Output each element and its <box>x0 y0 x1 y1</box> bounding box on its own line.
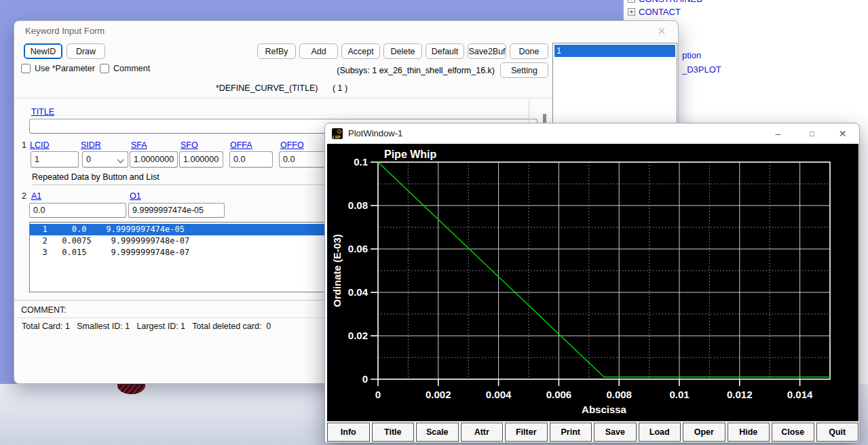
a1-link[interactable]: A1 <box>31 191 41 201</box>
comment-checkbox[interactable]: Comment <box>100 64 150 73</box>
card-header: *DEFINE_CURVE_(TITLE) ( 1 ) <box>14 83 549 93</box>
x-tick-label: 0.012 <box>727 389 753 400</box>
x-tick-label: 0.002 <box>426 389 451 400</box>
repeated-data-caption: Repeated Data by Button and List <box>32 172 159 182</box>
x-tick-label: 0.004 <box>486 389 512 400</box>
form-scrollbar[interactable] <box>529 99 529 123</box>
plot-window: LSP PlotWindow-1 – □ ✕ 00.0020.0040.0060… <box>324 123 860 443</box>
row-number: 1 <box>22 140 26 150</box>
action-button-row: RefByAddAcceptDeleteDefaultSave2BufDone <box>257 43 548 59</box>
card-title: *DEFINE_CURVE_(TITLE) <box>216 83 318 93</box>
lsprepost-logo-icon: LSP <box>332 128 343 139</box>
y-tick-label: 0 <box>362 373 368 385</box>
comment-caption: COMMENT: <box>21 305 67 315</box>
delete-button[interactable]: Delete <box>383 43 422 59</box>
title-field-link[interactable]: TITLE <box>31 107 54 117</box>
o1-link[interactable]: O1 <box>130 191 141 201</box>
plot-area: 00.0020.0040.0060.0080.010.0120.01400.02… <box>327 144 858 421</box>
accept-button[interactable]: Accept <box>341 43 380 59</box>
plot-button-scale[interactable]: Scale <box>416 423 459 442</box>
offa-link[interactable]: OFFA <box>230 140 252 150</box>
plot-button-hide[interactable]: Hide <box>728 423 770 442</box>
y-tick-label: 0.1 <box>354 156 368 168</box>
chart-title: Pipe Whip <box>384 149 437 160</box>
y-tick-label: 0.04 <box>348 286 369 298</box>
done-button[interactable]: Done <box>510 43 548 59</box>
tree-item-partial-d3plot[interactable]: _D3PLOT <box>682 64 721 75</box>
checkbox-label: Use *Parameter <box>35 64 95 73</box>
sfa-input[interactable] <box>130 151 178 168</box>
tree-item-partial-ption[interactable]: ption <box>682 50 701 60</box>
plot-button-attr[interactable]: Attr <box>461 423 504 442</box>
close-icon[interactable]: ✕ <box>827 123 858 143</box>
y-axis-label: Ordinate (E-03) <box>331 234 343 307</box>
row-number: 2 <box>22 191 26 201</box>
y-tick-label: 0.06 <box>348 243 368 254</box>
add-button[interactable]: Add <box>299 43 338 59</box>
sfo-input[interactable] <box>179 151 223 168</box>
tree-expand-icon[interactable]: + <box>628 0 635 3</box>
tree-expand-icon[interactable]: + <box>628 8 635 16</box>
sfo-link[interactable]: SFO <box>181 140 198 150</box>
sidr-link[interactable]: SIDR <box>81 140 101 150</box>
lcid-link[interactable]: LCID <box>30 140 49 150</box>
draw-button[interactable]: Draw <box>67 43 105 59</box>
offa-input[interactable] <box>229 151 273 168</box>
plot-button-quit[interactable]: Quit <box>816 423 859 442</box>
plot-button-oper[interactable]: Oper <box>683 423 725 442</box>
plot-button-title[interactable]: Title <box>372 423 415 442</box>
card-totals-text: Total Card: 1 Smallest ID: 1 Largest ID:… <box>22 322 271 331</box>
plot-titlebar[interactable]: LSP PlotWindow-1 – □ ✕ <box>325 123 859 144</box>
refby-button[interactable]: RefBy <box>257 43 296 59</box>
plot-button-filter[interactable]: Filter <box>505 423 548 442</box>
plot-button-load[interactable]: Load <box>639 423 681 442</box>
list-item[interactable]: 1 0.0 9.9999997474e-05 <box>30 224 334 235</box>
card-count: ( 1 ) <box>333 83 347 93</box>
subsys-status-text: (Subsys: 1 ex_26_thin_shell_elform_16.k) <box>272 66 495 75</box>
default-button[interactable]: Default <box>426 43 464 59</box>
tree-item-label[interactable]: CONTACT <box>639 7 681 17</box>
newid-button[interactable]: NewID <box>24 43 62 59</box>
checkbox-icon[interactable] <box>21 64 31 73</box>
checkbox-label: Comment <box>113 64 150 73</box>
list-item[interactable]: 3 0.015 9.9999999748e-07 <box>30 247 334 258</box>
sfa-link[interactable]: SFA <box>131 140 147 150</box>
save2buf-button[interactable]: Save2Buf <box>468 43 506 59</box>
window-title: Keyword Input Form <box>25 26 105 36</box>
curve-point-list[interactable]: 1 0.0 9.9999997474e-05 2 0.0075 9.999999… <box>29 222 335 292</box>
sidr-value: 0 <box>86 155 91 164</box>
o1-input[interactable] <box>128 203 225 218</box>
x-tick-label: 0.01 <box>669 389 689 400</box>
x-tick-label: 0.014 <box>787 389 813 400</box>
plot-button-bar: InfoTitleScaleAttrFilterPrintSaveLoadOpe… <box>327 423 858 442</box>
id-list-item[interactable]: 1 <box>554 45 675 57</box>
offo-input[interactable] <box>279 151 326 168</box>
plot-button-print[interactable]: Print <box>550 423 592 442</box>
maximize-icon[interactable]: □ <box>797 123 827 143</box>
series-line <box>378 162 830 377</box>
offo-link[interactable]: OFFO <box>280 140 304 150</box>
a1-input[interactable] <box>29 203 126 218</box>
close-icon[interactable]: ✕ <box>654 24 670 39</box>
sidr-dropdown[interactable]: 0 <box>82 151 128 168</box>
use-parameter-checkbox[interactable]: Use *Parameter <box>21 64 95 73</box>
plot-window-title: PlotWindow-1 <box>348 128 402 138</box>
tree-item-label[interactable]: CONSTRAINED <box>639 0 703 4</box>
plot-canvas: 00.0020.0040.0060.0080.010.0120.01400.02… <box>327 144 858 421</box>
plot-button-close[interactable]: Close <box>772 423 814 442</box>
checkbox-icon[interactable] <box>100 64 109 73</box>
x-tick-label: 0 <box>375 389 381 400</box>
divider <box>32 185 326 185</box>
minimize-icon[interactable]: – <box>763 123 793 143</box>
tree-item-constrained[interactable]: + CONSTRAINED <box>628 0 703 4</box>
x-axis-label: Abscissa <box>582 404 627 415</box>
x-tick-label: 0.008 <box>606 389 632 400</box>
setting-button[interactable]: Setting <box>500 62 548 78</box>
plot-button-save[interactable]: Save <box>594 423 637 442</box>
x-tick-label: 0.006 <box>546 389 572 400</box>
lcid-input[interactable] <box>31 151 79 168</box>
chevron-down-icon <box>117 157 124 163</box>
tree-item-contact[interactable]: + CONTACT <box>628 7 681 17</box>
list-item[interactable]: 2 0.0075 9.9999999748e-07 <box>30 235 334 247</box>
plot-button-info[interactable]: Info <box>327 423 370 442</box>
